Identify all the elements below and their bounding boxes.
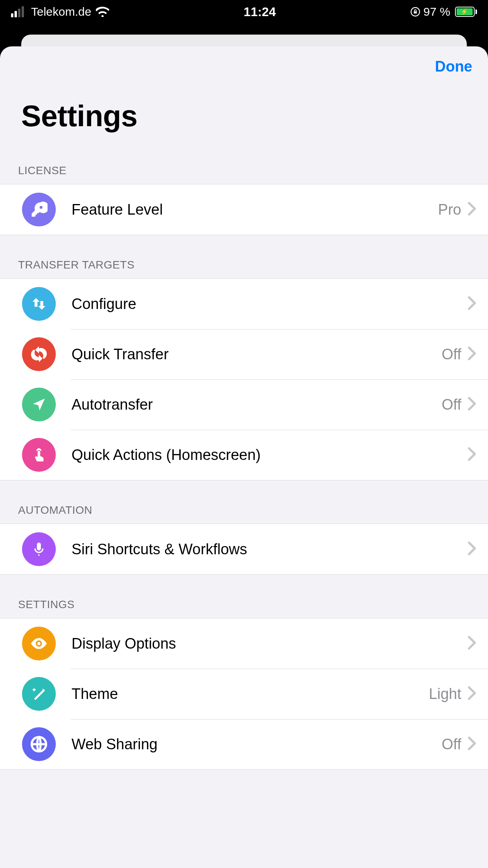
- chevron-right-icon: [468, 635, 476, 652]
- orientation-lock-icon: [410, 7, 420, 17]
- row-web-sharing[interactable]: Web Sharing Off: [0, 719, 488, 769]
- row-label: Configure: [72, 296, 468, 313]
- row-value: Off: [442, 396, 461, 413]
- chevron-right-icon: [468, 541, 476, 557]
- chevron-right-icon: [468, 201, 476, 218]
- touch-icon: [22, 438, 56, 472]
- row-label: Display Options: [72, 635, 468, 652]
- battery-percent: 97 %: [424, 5, 450, 18]
- row-siri-shortcuts[interactable]: Siri Shortcuts & Workflows: [0, 524, 488, 574]
- page-title: Settings: [16, 99, 472, 133]
- row-label: Quick Actions (Homescreen): [72, 447, 468, 463]
- eye-icon: [22, 627, 56, 660]
- row-value: Off: [442, 346, 461, 363]
- chevron-right-icon: [468, 736, 476, 752]
- signal-icon: [11, 6, 24, 17]
- row-value: Light: [429, 686, 461, 702]
- section-header-settings: SETTINGS: [0, 575, 488, 618]
- row-label: Web Sharing: [72, 736, 442, 753]
- status-bar: Telekom.de 11:24 97 % ⚡: [0, 0, 488, 24]
- mic-icon: [22, 532, 56, 566]
- row-label: Quick Transfer: [72, 346, 442, 363]
- row-configure[interactable]: Configure: [0, 279, 488, 329]
- row-label: Siri Shortcuts & Workflows: [72, 541, 468, 558]
- updown-icon: [22, 287, 56, 321]
- chevron-right-icon: [468, 396, 476, 413]
- status-time: 11:24: [109, 5, 410, 19]
- battery-icon: ⚡: [455, 7, 477, 17]
- key-icon: [22, 193, 56, 226]
- row-quick-transfer[interactable]: Quick Transfer Off: [0, 329, 488, 379]
- wifi-icon: [96, 7, 109, 17]
- globe-icon: [22, 727, 56, 761]
- row-quick-actions[interactable]: Quick Actions (Homescreen): [0, 430, 488, 480]
- row-label: Autotransfer: [72, 396, 442, 413]
- row-value: Off: [442, 736, 461, 753]
- row-value: Pro: [438, 201, 461, 218]
- row-label: Theme: [72, 686, 429, 702]
- settings-sheet: Done Settings LICENSE Feature Level Pro …: [0, 46, 488, 868]
- chevron-right-icon: [468, 346, 476, 362]
- chevron-right-icon: [468, 686, 476, 702]
- carrier-label: Telekom.de: [31, 5, 91, 18]
- row-feature-level[interactable]: Feature Level Pro: [0, 184, 488, 235]
- done-button[interactable]: Done: [435, 58, 472, 75]
- row-autotransfer[interactable]: Autotransfer Off: [0, 379, 488, 430]
- row-display-options[interactable]: Display Options: [0, 618, 488, 669]
- wand-icon: [22, 677, 56, 711]
- chevron-right-icon: [468, 296, 476, 312]
- section-header-transfer: TRANSFER TARGETS: [0, 235, 488, 278]
- chevron-right-icon: [468, 447, 476, 463]
- location-arrow-icon: [22, 388, 56, 421]
- row-label: Feature Level: [72, 201, 438, 218]
- section-header-license: LICENSE: [0, 133, 488, 184]
- section-header-automation: AUTOMATION: [0, 480, 488, 524]
- row-theme[interactable]: Theme Light: [0, 669, 488, 719]
- sync-icon: [22, 337, 56, 371]
